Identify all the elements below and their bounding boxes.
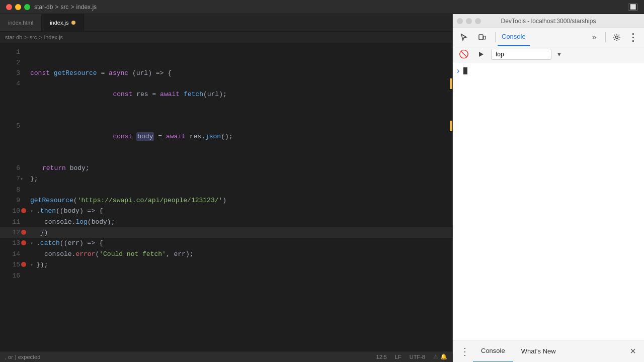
table-row: 10 ▾.then((body) => {	[0, 206, 452, 217]
tab-index-js[interactable]: index.js	[42, 14, 84, 31]
clear-console-button[interactable]: 🚫	[457, 47, 471, 61]
dt-maximize	[475, 18, 481, 24]
devtools-title: DevTools - localhost:3000/starships	[501, 18, 596, 25]
console-prompt: ›	[453, 64, 644, 77]
table-row: 14 console.error('Could not fetch', err)…	[0, 249, 452, 259]
console-output-area[interactable]: ›	[453, 62, 644, 340]
bottom-more-icon[interactable]: ⋮	[457, 343, 473, 359]
devtools-titlebar: DevTools - localhost:3000/starships	[453, 14, 644, 28]
table-row: 16	[0, 270, 452, 281]
devtools-top-toolbar: Console » ⋮	[453, 28, 644, 46]
table-row: 13 ▾.catch((err) => {	[0, 238, 452, 249]
charset: UTF-8	[410, 354, 425, 360]
editor-title: star-db > src > index.js	[34, 4, 97, 11]
svg-point-2	[616, 36, 618, 38]
table-row: 1	[0, 47, 452, 57]
scroll-indicator-2	[450, 121, 452, 131]
inspect-element-button[interactable]	[457, 30, 471, 44]
error-message: , or ) expected	[5, 354, 40, 360]
devtools-traffic-lights	[457, 18, 481, 24]
tab-index-html[interactable]: index.html	[0, 14, 42, 31]
table-row: 4 const res = await fetch(url);	[0, 78, 452, 121]
status-icons: ⚠ 🔔	[433, 353, 447, 360]
bottom-whats-new-tab[interactable]: What's New	[513, 340, 564, 363]
svg-marker-3	[479, 52, 484, 57]
toolbar-separator-2	[605, 32, 606, 42]
console-cursor	[463, 67, 467, 74]
table-row: 5 const body = await res.json();	[0, 121, 452, 163]
console-tab-label: Console	[502, 33, 526, 40]
modified-indicator	[71, 21, 75, 25]
console-filter-input[interactable]	[491, 49, 551, 60]
tab-bar: index.html index.js	[0, 14, 452, 32]
console-tab[interactable]: Console	[498, 28, 530, 46]
toolbar-separator	[495, 32, 496, 42]
filter-label: ▼	[556, 51, 562, 57]
dt-close	[457, 18, 463, 24]
fold-arrow[interactable]: ▾	[20, 176, 23, 182]
devtools-bottom-bar: ⋮ Console What's New ×	[453, 340, 644, 362]
dt-minimize	[466, 18, 472, 24]
status-bar: , or ) expected 12:5 LF UTF-8 ⚠ 🔔	[0, 351, 452, 362]
settings-button[interactable]	[610, 30, 624, 44]
breadcrumb: star-db > src > index.js	[0, 32, 452, 43]
bottom-console-tab[interactable]: Console	[473, 340, 513, 363]
close-button[interactable]	[6, 4, 12, 10]
scroll-indicator	[450, 78, 452, 89]
table-row: 11 console.log(body);	[0, 217, 452, 227]
breakpoint-icon-2	[21, 230, 26, 235]
table-row: 15 ▾});	[0, 259, 452, 270]
breakpoint-icon-4	[21, 262, 26, 267]
console-filter-toolbar: 🚫 ▼	[453, 46, 644, 62]
title-bar: star-db > src > index.js ⬜	[0, 0, 644, 14]
more-tabs-button[interactable]: »	[587, 30, 601, 44]
traffic-lights	[6, 4, 30, 10]
table-row: 3 const getResource = async (url) => {	[0, 68, 452, 78]
svg-rect-0	[479, 35, 483, 40]
code-table: 1 2 3	[0, 47, 452, 281]
breakpoint-icon-3	[21, 240, 26, 245]
editor-panel: index.html index.js star-db > src > inde…	[0, 14, 453, 362]
line-ending: LF	[395, 354, 401, 360]
table-row: 7 ▾ };	[0, 173, 452, 185]
code-editor[interactable]: 1 2 3	[0, 43, 452, 351]
device-toggle-button[interactable]	[475, 30, 489, 44]
preserve-log-button[interactable]	[474, 47, 488, 61]
table-row: 12 })	[0, 227, 452, 238]
more-options-button[interactable]: ⋮	[626, 30, 640, 44]
devtools-panel: DevTools - localhost:3000/starships	[453, 14, 644, 362]
table-row: 9 getResource('https://swapi.co/api/peop…	[0, 195, 452, 206]
table-row: 2	[0, 57, 452, 68]
minimize-button[interactable]	[15, 4, 21, 10]
breakpoint-icon	[21, 208, 26, 213]
table-row: 8	[0, 185, 452, 195]
svg-rect-1	[484, 36, 486, 39]
table-row: 6 return body;	[0, 163, 452, 173]
close-bottom-panel-button[interactable]: ×	[626, 344, 640, 358]
window-control[interactable]: ⬜	[628, 4, 638, 11]
maximize-button[interactable]	[24, 4, 30, 10]
cursor-position: 12:5	[376, 354, 387, 360]
console-caret-icon: ›	[457, 66, 459, 75]
